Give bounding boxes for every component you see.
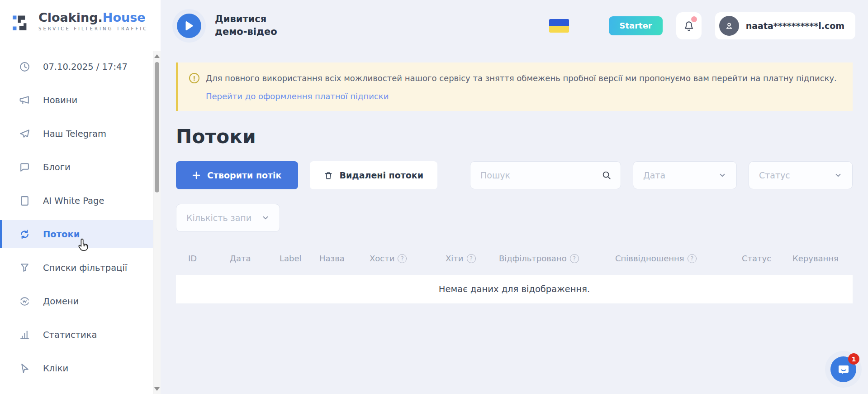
column-header-actions: Керування: [792, 254, 851, 263]
notifications-button[interactable]: [676, 12, 702, 39]
content: Для повного використання всіх можливосте…: [161, 51, 868, 303]
brand-name: Cloaking.House: [38, 11, 148, 24]
domain-icon: [19, 296, 30, 307]
chat-smile-icon: [837, 363, 850, 376]
chat-bubble-icon: [19, 162, 30, 173]
table-header-row: ID Дата Label Назва Хости Хіти Відфільтр…: [176, 254, 853, 263]
cursor-icon: [19, 363, 30, 374]
sidebar-item-label: 07.10.2025 / 17:47: [43, 62, 128, 72]
column-label: Співвідношення: [615, 254, 684, 263]
search-icon[interactable]: [602, 170, 612, 180]
logo-icon: [12, 11, 33, 32]
user-account-button[interactable]: naata**********l.com: [715, 12, 855, 39]
create-flow-button[interactable]: Створити потік: [176, 161, 298, 189]
sidebar: Cloaking.House SERVICE FILTERING TRAFFIC…: [0, 0, 161, 394]
column-header-hosts: Хости: [370, 254, 446, 263]
logo-text: Cloaking.House SERVICE FILTERING TRAFFIC: [38, 11, 148, 31]
sidebar-item-label: Блоги: [43, 162, 71, 173]
column-header-status: Статус: [742, 254, 792, 263]
sidebar-item-clicks[interactable]: Кліки: [0, 354, 153, 382]
app-root: Cloaking.House SERVICE FILTERING TRAFFIC…: [0, 0, 868, 303]
plus-icon: [192, 171, 200, 179]
column-label: Статус: [742, 254, 771, 263]
sidebar-item-telegram[interactable]: Наш Telegram: [0, 120, 153, 148]
sidebar-item-statistics[interactable]: Статистика: [0, 321, 153, 349]
help-icon[interactable]: [688, 254, 697, 263]
column-label: Відфільтровано: [499, 254, 567, 263]
scrollbar-thumb[interactable]: [155, 62, 159, 192]
sidebar-item-label: Новини: [43, 95, 77, 106]
sidebar-item-domains[interactable]: Домени: [0, 287, 153, 315]
sidebar-item-flows[interactable]: Потоки: [0, 220, 153, 248]
column-label: ID: [188, 254, 197, 263]
brand-name-primary: Cloaking.: [38, 10, 103, 24]
brand-name-secondary: House: [103, 10, 146, 24]
chevron-down-icon: [718, 171, 726, 179]
sidebar-item-label: Наш Telegram: [43, 129, 106, 139]
page-title: Потоки: [176, 125, 853, 148]
deleted-flows-label: Видалені потоки: [340, 170, 423, 180]
clock-icon: [19, 61, 30, 72]
column-header-ratio: Співвідношення: [615, 254, 742, 263]
language-flag-ukraine[interactable]: [549, 19, 569, 33]
sidebar-item-ai-white-page[interactable]: AI White Page: [0, 187, 153, 215]
funnel-icon: [19, 262, 30, 274]
status-filter-dropdown[interactable]: Статус: [749, 161, 853, 189]
chevron-down-icon: [834, 171, 842, 179]
date-filter-label: Дата: [643, 170, 665, 180]
column-header-date: Дата: [230, 254, 280, 263]
topbar-right: Starter naata**********l.com: [549, 12, 855, 39]
column-label: Дата: [230, 254, 251, 263]
plan-badge[interactable]: Starter: [609, 16, 662, 35]
date-filter-dropdown[interactable]: Дата: [633, 161, 737, 189]
status-filter-label: Статус: [759, 170, 790, 180]
sidebar-item-label: Домени: [43, 296, 79, 307]
brand-logo[interactable]: Cloaking.House SERVICE FILTERING TRAFFIC: [0, 0, 161, 32]
help-icon[interactable]: [467, 254, 476, 263]
chevron-down-icon: [261, 214, 270, 222]
search-input[interactable]: [480, 170, 602, 180]
play-demo-button[interactable]: [177, 14, 201, 38]
help-icon[interactable]: [570, 254, 579, 263]
sidebar-item-blogs[interactable]: Блоги: [0, 153, 153, 181]
per-page-dropdown[interactable]: Кількість запи: [176, 204, 280, 232]
chat-widget-button[interactable]: 1: [830, 356, 856, 382]
avatar: [719, 16, 739, 36]
document-icon: [19, 195, 30, 207]
sidebar-scrollbar[interactable]: [153, 51, 161, 394]
sidebar-item-label: Потоки: [43, 229, 80, 240]
warning-icon: [189, 73, 199, 83]
sidebar-item-label: Кліки: [43, 363, 68, 374]
demo-video-label[interactable]: Дивитися демо-відео: [215, 13, 285, 38]
sidebar-item-label: AI White Page: [43, 196, 104, 206]
upgrade-subscription-link[interactable]: Перейти до оформлення платної підписки: [206, 91, 389, 101]
create-flow-label: Створити потік: [207, 170, 282, 180]
topbar: Дивитися демо-відео Starter naata*******…: [161, 0, 868, 51]
column-label: Керування: [792, 254, 839, 263]
column-label: Назва: [319, 254, 345, 263]
user-email: naata**********l.com: [746, 21, 844, 31]
controls-row: Створити потік Видалені потоки Дата Стат…: [176, 161, 853, 189]
column-header-id: ID: [188, 254, 230, 263]
column-header-filtered: Відфільтровано: [499, 254, 615, 263]
notification-dot: [691, 16, 697, 22]
person-icon: [724, 21, 734, 31]
help-icon[interactable]: [398, 254, 407, 263]
scroll-down-arrow-icon[interactable]: [154, 387, 160, 391]
per-page-row: Кількість запи: [176, 204, 853, 232]
sidebar-item-news[interactable]: Новини: [0, 86, 153, 114]
deleted-flows-button[interactable]: Видалені потоки: [310, 161, 437, 189]
column-label: Хіти: [446, 254, 464, 263]
search-box: [470, 161, 621, 189]
play-icon: [185, 21, 194, 31]
trial-warning-banner: Для повного використання всіх можливосте…: [176, 62, 853, 111]
sidebar-item-filter-lists[interactable]: Списки фільтрації: [0, 254, 153, 282]
telegram-icon: [19, 128, 30, 139]
scroll-up-arrow-icon[interactable]: [154, 54, 160, 58]
sidebar-item-label: Списки фільтрації: [43, 263, 127, 273]
sync-icon: [19, 229, 30, 240]
column-header-hits: Хіти: [446, 254, 499, 263]
table-empty-state: Немає даних для відображення.: [176, 275, 853, 303]
empty-state-text: Немає даних для відображення.: [439, 284, 590, 294]
banner-text: Для повного використання всіх можливосте…: [206, 72, 837, 84]
